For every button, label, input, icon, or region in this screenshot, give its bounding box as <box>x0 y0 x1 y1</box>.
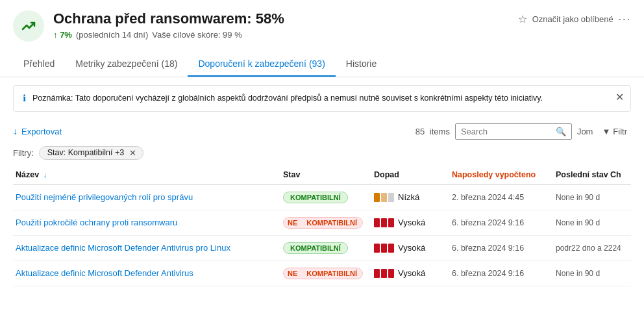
col-stav-label: Stav <box>283 170 300 179</box>
col-dopad-label: Dopad <box>374 170 399 179</box>
cell-status-2: NE KOMPATIBILNÍ <box>280 210 371 235</box>
count-suffix: items <box>430 127 450 136</box>
row-link-1[interactable]: Použití nejméně privilegovaných rolí pro… <box>16 192 193 202</box>
jom-label: Jom <box>577 127 593 136</box>
filter-button[interactable]: ▼ Filtr <box>598 124 631 139</box>
tab-prehled[interactable]: Přehled <box>13 52 65 77</box>
impact-bar <box>388 269 394 278</box>
cell-laststate-1: None in 90 d <box>553 184 631 210</box>
cell-status-3: KOMPATIBILNÍ <box>280 235 371 260</box>
search-icon: 🔍 <box>556 127 566 136</box>
filter-icon: ▼ <box>602 127 610 136</box>
trending-up-icon <box>21 18 36 34</box>
info-icon: ℹ <box>23 93 26 103</box>
row-link-2[interactable]: Použití pokročilé ochrany proti ransomwa… <box>16 218 177 227</box>
row-link-4[interactable]: Aktualizace definic Microsoft Defender A… <box>16 268 193 278</box>
cell-impact-3: Vysoká <box>371 235 449 260</box>
change-pct: 7% <box>60 30 72 40</box>
table-row: Použití pokročilé ochrany proti ransomwa… <box>13 210 631 235</box>
favorite-label: Označit jako oblíbené <box>532 14 613 24</box>
cell-status-1: KOMPATIBILNÍ <box>280 184 371 210</box>
badge-kompatibilni: KOMPATIBILNÍ <box>301 217 363 229</box>
table-row: Použití nejméně privilegovaných rolí pro… <box>13 184 631 210</box>
toolbar: ↓ Exportovat 85 items 🔍 Jom ▼ Filtr <box>0 120 644 144</box>
impact-bar <box>388 218 394 227</box>
cell-impact-2: Vysoká <box>371 210 449 235</box>
count-number: 85 <box>415 127 425 136</box>
star-icon[interactable]: ☆ <box>518 13 527 25</box>
impact-bar <box>374 269 380 278</box>
target-label: Vaše cílové skóre: 99 % <box>152 30 242 40</box>
impact-bar <box>374 218 380 227</box>
filter-chip-label: Stav: Kompatibilní +3 <box>47 148 124 157</box>
status-badge-2: NE KOMPATIBILNÍ <box>283 217 363 229</box>
badge-ne-4: NE <box>283 268 301 279</box>
status-badge-4: NE KOMPATIBILNÍ <box>283 268 363 279</box>
impact-label-1: Nízká <box>398 192 419 202</box>
impact-bar <box>388 193 394 202</box>
export-label: Exportovat <box>21 127 62 136</box>
score-icon-circle <box>13 10 44 42</box>
cell-laststate-3: podr22 dno a 2224 <box>553 235 631 260</box>
impact-cell-4: Vysoká <box>374 268 444 278</box>
cell-name-3: Aktualizace definic Microsoft Defender A… <box>13 235 280 260</box>
table-row: Aktualizace definic Microsoft Defender A… <box>13 260 631 286</box>
header-row: Název ↓ Stav Dopad Naposledy vypočteno P… <box>13 165 631 185</box>
tabs: Přehled Metriky zabezpečení (18) Doporuč… <box>0 52 644 77</box>
main-page: Ochrana před ransomwarem: 58% ↑ 7% (posl… <box>0 0 644 328</box>
filter-chip-stav: Stav: Kompatibilní +3 ✕ <box>39 146 143 160</box>
filter-chip-close[interactable]: ✕ <box>129 148 136 158</box>
cell-status-4: NE KOMPATIBILNÍ <box>280 260 371 286</box>
table-row: Aktualizace definic Microsoft Defender A… <box>13 235 631 260</box>
table-wrapper: Název ↓ Stav Dopad Naposledy vypočteno P… <box>0 165 644 286</box>
impact-bar <box>374 244 380 253</box>
impact-bar <box>381 218 387 227</box>
more-options-icon[interactable]: ··· <box>619 14 631 25</box>
export-down-icon: ↓ <box>13 126 18 136</box>
col-header-laststate: Poslední stav Ch <box>553 165 631 185</box>
col-date-label: Naposledy vypočteno <box>452 170 536 179</box>
cell-impact-4: Vysoká <box>371 260 449 286</box>
col-header-name[interactable]: Název ↓ <box>13 165 280 185</box>
cell-date-2: 6. března 2024 9:16 <box>449 210 553 235</box>
search-box: 🔍 <box>455 123 572 140</box>
cell-laststate-2: None in 90 d <box>553 210 631 235</box>
notice-close-button[interactable]: ✕ <box>615 91 624 103</box>
impact-bar <box>381 244 387 253</box>
impact-bars-1 <box>374 193 394 202</box>
tab-doporuceni[interactable]: Doporučení k zabezpečení (93) <box>188 52 335 77</box>
header: Ochrana před ransomwarem: 58% ↑ 7% (posl… <box>0 0 644 47</box>
row-link-3[interactable]: Aktualizace definic Microsoft Defender A… <box>16 243 230 253</box>
score-value: 58% <box>256 10 284 27</box>
cell-impact-1: Nízká <box>371 184 449 210</box>
badge-kompatibilni-4: KOMPATIBILNÍ <box>301 268 363 279</box>
table-header: Název ↓ Stav Dopad Naposledy vypočteno P… <box>13 165 631 185</box>
status-badge-1: KOMPATIBILNÍ <box>283 192 348 203</box>
impact-cell-1: Nízká <box>374 192 444 202</box>
impact-label-2: Vysoká <box>398 218 425 227</box>
notice-banner: ℹ Poznámka: Tato doporučení vycházejí z … <box>13 85 631 112</box>
table-body: Použití nejméně privilegovaných rolí pro… <box>13 184 631 286</box>
score-title: Ochrana před ransomwarem: 58% <box>53 10 284 27</box>
items-count: 85 items <box>415 127 450 136</box>
header-left: Ochrana před ransomwarem: 58% ↑ 7% (posl… <box>13 10 284 42</box>
badge-ne: NE <box>283 217 301 229</box>
tab-historie[interactable]: Historie <box>336 52 387 77</box>
cell-date-3: 6. března 2024 9:16 <box>449 235 553 260</box>
cell-name-2: Použití pokročilé ochrany proti ransomwa… <box>13 210 280 235</box>
impact-label-4: Vysoká <box>398 268 425 278</box>
export-button[interactable]: ↓ Exportovat <box>13 123 62 139</box>
cell-name-1: Použití nejméně privilegovaných rolí pro… <box>13 184 280 210</box>
header-right: ☆ Označit jako oblíbené ··· <box>518 13 631 25</box>
tab-metriky[interactable]: Metriky zabezpečení (18) <box>65 52 188 77</box>
change-arrow: ↑ 7% <box>53 30 72 40</box>
score-title-text: Ochrana před ransomwarem: <box>53 10 252 27</box>
toolbar-right: 85 items 🔍 Jom ▼ Filtr <box>415 123 631 140</box>
score-sub: ↑ 7% (posledních 14 dní) Vaše cílové skó… <box>53 30 284 40</box>
status-badge-3: KOMPATIBILNÍ <box>283 242 348 254</box>
change-period: (posledních 14 dní) <box>76 30 148 40</box>
impact-label-3: Vysoká <box>398 243 425 253</box>
cell-name-4: Aktualizace definic Microsoft Defender A… <box>13 260 280 286</box>
search-input[interactable] <box>461 127 552 136</box>
impact-bars-3 <box>374 244 394 253</box>
